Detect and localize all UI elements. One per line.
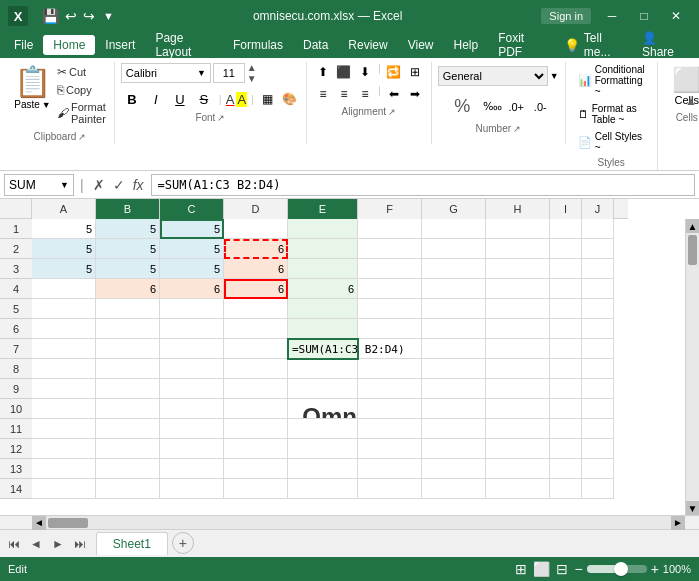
cell-C4[interactable]: 6: [160, 279, 224, 299]
cell-A9[interactable]: [32, 379, 96, 399]
cell-D5[interactable]: [224, 299, 288, 319]
cell-C7[interactable]: [160, 339, 224, 359]
cell-J12[interactable]: [582, 439, 614, 459]
cell-C14[interactable]: [160, 479, 224, 499]
cell-B14[interactable]: [96, 479, 160, 499]
corner-cell[interactable]: [0, 199, 32, 219]
scroll-left-button[interactable]: ◄: [32, 516, 46, 530]
cell-A12[interactable]: [32, 439, 96, 459]
cell-G14[interactable]: [422, 479, 486, 499]
zoom-slider-thumb[interactable]: [614, 562, 628, 576]
tell-me-input[interactable]: 💡Tell me...: [554, 28, 632, 62]
minimize-button[interactable]: ─: [597, 6, 627, 26]
cell-C1[interactable]: 5: [160, 219, 224, 239]
cell-G6[interactable]: [422, 319, 486, 339]
cell-B4[interactable]: 6: [96, 279, 160, 299]
font-name-dropdown[interactable]: Calibri ▼: [121, 63, 211, 83]
cell-I5[interactable]: [550, 299, 582, 319]
italic-button[interactable]: I: [145, 88, 167, 110]
increase-indent-button[interactable]: ➡: [405, 84, 425, 104]
cell-F6[interactable]: [358, 319, 422, 339]
cell-D13[interactable]: [224, 459, 288, 479]
decrease-decimal-button[interactable]: .0-: [530, 97, 550, 117]
menu-insert[interactable]: Insert: [95, 35, 145, 55]
align-middle-button[interactable]: ⬛: [334, 62, 354, 82]
name-box[interactable]: SUM ▼: [4, 174, 74, 196]
cell-C6[interactable]: [160, 319, 224, 339]
insert-function-button[interactable]: fx: [130, 177, 147, 193]
cell-D7[interactable]: [224, 339, 288, 359]
cell-A2[interactable]: 5: [32, 239, 96, 259]
cell-I10[interactable]: [550, 399, 582, 419]
cancel-formula-button[interactable]: ✗: [90, 177, 108, 193]
col-header-J[interactable]: J: [582, 199, 614, 219]
cell-D9[interactable]: [224, 379, 288, 399]
cell-H10[interactable]: [486, 399, 550, 419]
cell-J11[interactable]: [582, 419, 614, 439]
cell-E6[interactable]: [288, 319, 358, 339]
cell-B8[interactable]: [96, 359, 160, 379]
row-header-7[interactable]: 7: [0, 339, 32, 359]
save-icon[interactable]: 💾: [40, 6, 61, 26]
sheet-tab-sheet1[interactable]: Sheet1: [96, 532, 168, 555]
cell-B7[interactable]: [96, 339, 160, 359]
cell-B5[interactable]: [96, 299, 160, 319]
paste-button[interactable]: 📋 Paste ▼: [12, 62, 53, 112]
row-header-2[interactable]: 2: [0, 239, 32, 259]
cell-A3[interactable]: 5: [32, 259, 96, 279]
scroll-down-button[interactable]: ▼: [686, 501, 699, 515]
cell-H1[interactable]: [486, 219, 550, 239]
nav-last-tab-button[interactable]: ⏭: [70, 535, 90, 553]
col-header-E[interactable]: E: [288, 199, 358, 219]
fill-button[interactable]: 🎨: [280, 89, 300, 109]
cell-I7[interactable]: [550, 339, 582, 359]
cell-F4[interactable]: [358, 279, 422, 299]
increase-decimal-button[interactable]: .0+: [506, 97, 526, 117]
cell-C2[interactable]: 5: [160, 239, 224, 259]
cell-G5[interactable]: [422, 299, 486, 319]
align-left-button[interactable]: ≡: [313, 84, 333, 104]
cell-C5[interactable]: [160, 299, 224, 319]
cell-D2[interactable]: 6: [224, 239, 288, 259]
cell-B6[interactable]: [96, 319, 160, 339]
nav-next-tab-button[interactable]: ►: [48, 535, 68, 553]
nav-prev-tab-button[interactable]: ◄: [26, 535, 46, 553]
strikethrough-button[interactable]: S: [193, 88, 215, 110]
menu-review[interactable]: Review: [338, 35, 397, 55]
cell-J4[interactable]: [582, 279, 614, 299]
restore-button[interactable]: □: [629, 6, 659, 26]
align-bottom-button[interactable]: ⬇: [355, 62, 375, 82]
cell-A1[interactable]: 5: [32, 219, 96, 239]
undo-icon[interactable]: ↩: [63, 6, 79, 26]
decrease-indent-button[interactable]: ⬅: [384, 84, 404, 104]
cell-G1[interactable]: [422, 219, 486, 239]
cell-B12[interactable]: [96, 439, 160, 459]
cell-J5[interactable]: [582, 299, 614, 319]
cell-H12[interactable]: [486, 439, 550, 459]
wrap-text-button[interactable]: 🔁: [384, 62, 404, 82]
cut-button[interactable]: ✂ Cut: [55, 64, 108, 80]
cell-I1[interactable]: [550, 219, 582, 239]
alignment-expand-icon[interactable]: ↗: [388, 107, 396, 117]
cell-I8[interactable]: [550, 359, 582, 379]
cell-J10[interactable]: [582, 399, 614, 419]
align-center-button[interactable]: ≡: [334, 84, 354, 104]
cell-E13[interactable]: [288, 459, 358, 479]
number-expand-icon[interactable]: ↗: [513, 124, 521, 134]
cell-F3[interactable]: [358, 259, 422, 279]
cell-J9[interactable]: [582, 379, 614, 399]
menu-data[interactable]: Data: [293, 35, 338, 55]
col-header-F[interactable]: F: [358, 199, 422, 219]
cell-F14[interactable]: [358, 479, 422, 499]
row-header-11[interactable]: 11: [0, 419, 32, 439]
cell-C12[interactable]: [160, 439, 224, 459]
menu-help[interactable]: Help: [444, 35, 489, 55]
number-format-dropdown[interactable]: General: [438, 66, 548, 86]
cell-G13[interactable]: [422, 459, 486, 479]
cell-B9[interactable]: [96, 379, 160, 399]
align-top-button[interactable]: ⬆: [313, 62, 333, 82]
cell-A13[interactable]: [32, 459, 96, 479]
menu-view[interactable]: View: [398, 35, 444, 55]
vertical-scrollbar[interactable]: ▲ ▼: [685, 219, 699, 515]
cell-I2[interactable]: [550, 239, 582, 259]
